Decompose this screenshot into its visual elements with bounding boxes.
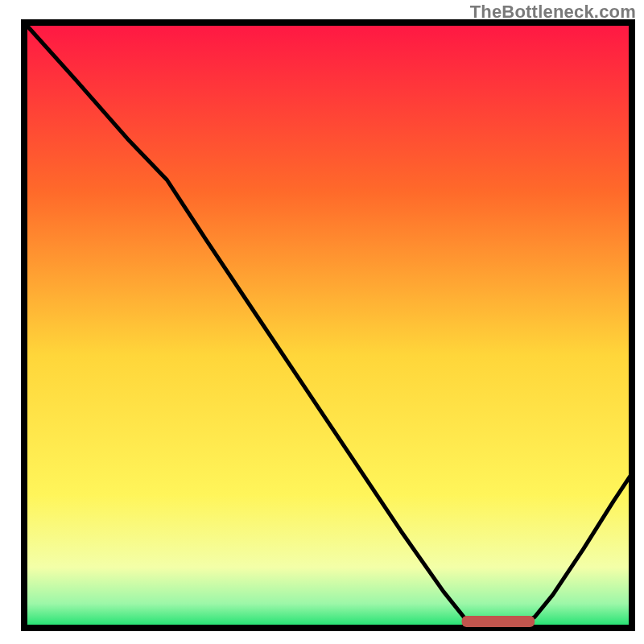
bottleneck-chart [0, 0, 644, 644]
watermark-text: TheBottleneck.com [470, 2, 636, 23]
optimal-marker [462, 616, 535, 627]
chart-container: TheBottleneck.com [0, 0, 644, 644]
plot-area [24, 23, 632, 628]
